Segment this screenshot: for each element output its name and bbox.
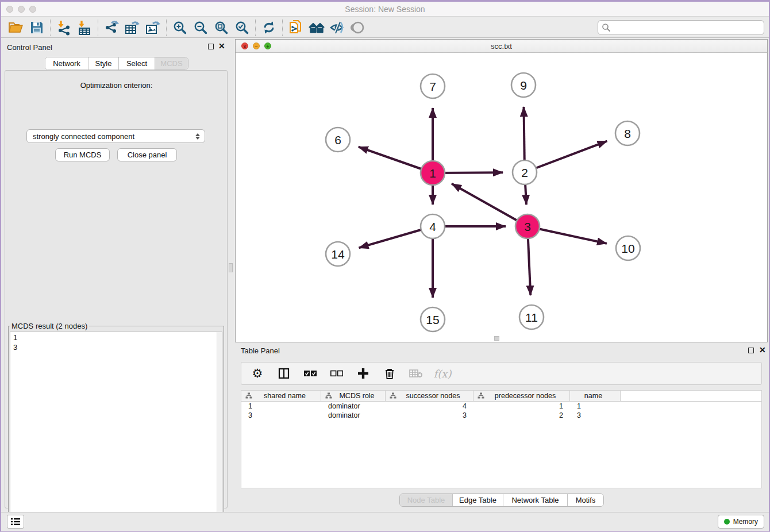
table-cell[interactable]: 1: [241, 402, 321, 411]
close-table-panel-icon[interactable]: ✕: [759, 345, 766, 354]
zoom-out-icon[interactable]: [190, 18, 211, 37]
eye-icon[interactable]: [348, 18, 368, 37]
import-table-icon[interactable]: [74, 18, 95, 37]
network-window-title: scc.txt: [236, 42, 767, 51]
mcds-result-textarea[interactable]: 1 3: [10, 331, 222, 532]
search-input[interactable]: [611, 23, 760, 32]
tab-node-table[interactable]: Node Table: [400, 494, 453, 506]
table-panel-title: Table Panel: [241, 346, 280, 355]
table-cell[interactable]: 2: [473, 411, 570, 420]
tree-icon: [390, 392, 396, 399]
graph-node-label-11: 11: [525, 311, 538, 324]
select-all-icon[interactable]: [303, 367, 317, 380]
node-table-header: shared name MCDS role successor nodes pr…: [241, 391, 761, 402]
table-cell[interactable]: dominator: [321, 411, 386, 420]
tab-network-table[interactable]: Network Table: [503, 494, 568, 506]
graph-node-label-14: 14: [331, 248, 345, 261]
close-panel-button[interactable]: Close panel: [117, 148, 177, 161]
tab-style[interactable]: Style: [88, 57, 119, 70]
graph-node-label-7: 7: [429, 80, 436, 93]
graph-edge-3-1[interactable]: [452, 184, 528, 226]
main-toolbar: [1, 17, 769, 38]
table-cell[interactable]: 4: [386, 402, 473, 411]
mcds-result-box: MCDS result (2 nodes) 1 3: [8, 322, 224, 532]
column-header-shared-name[interactable]: shared name: [241, 391, 321, 401]
float-table-panel-icon[interactable]: [748, 348, 754, 353]
column-header-predecessor-nodes[interactable]: predecessor nodes: [473, 391, 570, 401]
zoom-selected-icon[interactable]: [232, 18, 252, 37]
tab-select[interactable]: Select: [119, 57, 155, 70]
split-divider-handle[interactable]: [229, 263, 233, 272]
tab-mcds[interactable]: MCDS: [155, 57, 188, 70]
optimization-criterion-label: Optimization criterion:: [1, 81, 232, 90]
column-header-name[interactable]: name: [570, 391, 621, 401]
tab-edge-table[interactable]: Edge Table: [453, 494, 503, 506]
network-canvas-svg[interactable]: 7968124314101511: [236, 53, 767, 342]
refresh-icon[interactable]: [259, 18, 279, 37]
window-title: Session: New Session: [1, 5, 769, 14]
table-cell[interactable]: 3: [241, 411, 321, 420]
result-scrollbar[interactable]: [217, 332, 222, 532]
tab-network[interactable]: Network: [45, 57, 88, 70]
node-table-body: 1dominator4113dominator323: [241, 402, 761, 420]
column-header-successor-nodes[interactable]: successor nodes: [386, 391, 473, 401]
zoom-in-icon[interactable]: [170, 18, 190, 37]
add-icon[interactable]: [356, 367, 370, 380]
columns-icon[interactable]: [277, 367, 291, 380]
import-network-icon[interactable]: [53, 18, 74, 37]
float-panel-icon[interactable]: [208, 44, 214, 49]
table-row[interactable]: 3dominator323: [241, 411, 761, 420]
graph-node-label-15: 15: [426, 313, 439, 326]
tree-icon: [478, 392, 484, 399]
open-file-icon[interactable]: [6, 18, 26, 37]
network-window: x − + scc.txt 7968124314101511: [235, 39, 768, 342]
table-cell[interactable]: 1: [570, 402, 621, 411]
horizontal-divider-handle[interactable]: [494, 336, 499, 341]
settings-gear-icon[interactable]: ⚙: [251, 367, 264, 380]
application-window: Session: New Session: [0, 0, 770, 532]
table-row[interactable]: 1dominator411: [241, 402, 761, 411]
graph-node-label-8: 8: [624, 127, 631, 140]
zoom-fit-icon[interactable]: [211, 18, 232, 37]
hide-panel-icon[interactable]: [327, 18, 348, 37]
tree-icon: [245, 392, 252, 399]
export-network-icon[interactable]: [101, 18, 122, 37]
home-icon[interactable]: [306, 18, 327, 37]
table-cell[interactable]: dominator: [321, 402, 386, 411]
table-toolbar: ⚙ f(x): [241, 362, 762, 385]
graph-node-label-3: 3: [524, 220, 531, 233]
graph-node-label-4: 4: [429, 220, 436, 233]
toolbar-separator: [98, 20, 98, 36]
chevron-updown-icon: [195, 133, 200, 140]
close-panel-icon[interactable]: ✕: [218, 41, 225, 51]
criterion-select[interactable]: strongly connected component: [26, 129, 205, 143]
toolbar-separator: [50, 20, 51, 36]
column-header-mcds-role[interactable]: MCDS role: [321, 391, 386, 401]
deselect-all-icon[interactable]: [330, 367, 344, 380]
task-list-button[interactable]: [7, 515, 24, 529]
control-panel-tabs: Network Style Select MCDS: [45, 57, 188, 70]
node-table: shared name MCDS role successor nodes pr…: [241, 390, 762, 488]
save-session-icon[interactable]: [26, 18, 47, 37]
export-table-icon[interactable]: [122, 18, 143, 37]
run-mcds-button[interactable]: Run MCDS: [55, 148, 110, 161]
toolbar-separator: [282, 20, 283, 36]
graph-edge-2-8[interactable]: [525, 141, 607, 173]
control-panel: Control Panel ✕ Network Style Select MCD…: [1, 38, 232, 515]
graph-node-label-6: 6: [334, 133, 341, 147]
network-file-icon[interactable]: [286, 18, 306, 37]
memory-status-icon: [724, 519, 730, 525]
memory-button[interactable]: Memory: [718, 515, 764, 529]
table-cell[interactable]: 3: [386, 411, 473, 420]
export-image-icon[interactable]: [143, 18, 163, 37]
network-window-titlebar[interactable]: x − + scc.txt: [236, 40, 767, 53]
toolbar-separator: [166, 20, 167, 36]
mcds-result-line: 1: [13, 333, 222, 342]
list-icon: [10, 518, 21, 526]
graph-node-label-9: 9: [520, 79, 527, 92]
delete-icon[interactable]: [383, 367, 396, 380]
table-cell[interactable]: 3: [570, 411, 621, 420]
table-cell[interactable]: 1: [473, 402, 570, 411]
tab-motifs[interactable]: Motifs: [568, 494, 603, 506]
graph-node-label-1: 1: [429, 167, 436, 180]
